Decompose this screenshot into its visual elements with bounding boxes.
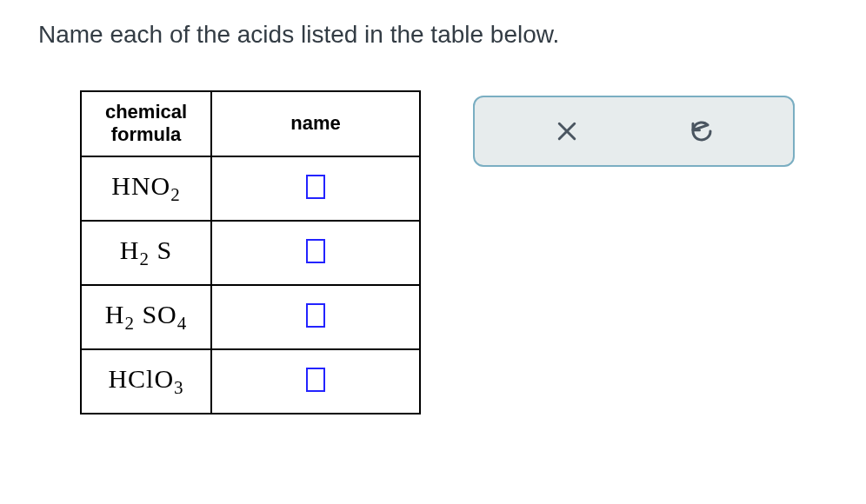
- name-cell: [211, 221, 420, 285]
- formula-text: HNO2: [111, 171, 181, 200]
- action-panel: [473, 96, 795, 167]
- answer-input[interactable]: [306, 239, 325, 263]
- formula-cell: HClO3: [81, 349, 211, 414]
- formula-text: H2 SO4: [105, 300, 188, 328]
- formula-text: HClO3: [108, 364, 183, 393]
- table-row: H2 SO4: [81, 285, 420, 349]
- formula-cell: H2 S: [81, 221, 211, 285]
- undo-icon: [689, 118, 715, 144]
- clear-button[interactable]: [546, 110, 588, 152]
- name-cell: [211, 349, 420, 414]
- header-formula-line1: chemical formula: [105, 101, 187, 145]
- question-text: Name each of the acids listed in the tab…: [38, 21, 828, 49]
- formula-text: H2 S: [120, 235, 172, 264]
- table-row: HClO3: [81, 349, 420, 414]
- table-row: H2 S: [81, 221, 420, 285]
- table-header-formula: chemical formula: [81, 91, 211, 156]
- acids-table: chemical formula name HNO2 H2 S: [80, 90, 421, 414]
- answer-input[interactable]: [306, 175, 325, 199]
- reset-button[interactable]: [681, 110, 723, 152]
- answer-input[interactable]: [306, 303, 325, 328]
- table-row: HNO2: [81, 156, 420, 221]
- content-row: chemical formula name HNO2 H2 S: [38, 90, 828, 414]
- x-icon: [554, 118, 580, 144]
- formula-cell: H2 SO4: [81, 285, 211, 349]
- answer-input[interactable]: [306, 368, 325, 392]
- name-cell: [211, 285, 420, 349]
- formula-cell: HNO2: [81, 156, 211, 221]
- name-cell: [211, 156, 420, 221]
- table-header-name: name: [211, 91, 420, 156]
